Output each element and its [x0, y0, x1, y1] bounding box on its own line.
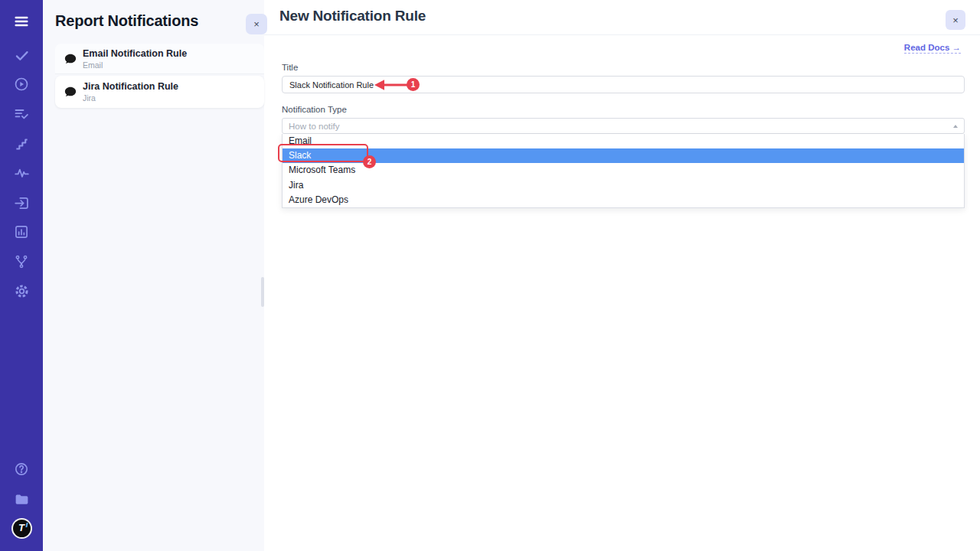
option-slack[interactable]: Slack — [283, 148, 964, 163]
menu-icon[interactable] — [0, 12, 43, 31]
notification-rule-form: Title Notification Type How to notify Em… — [282, 63, 965, 208]
app-window: T Report Notifications × Email Notificat… — [0, 0, 980, 551]
list-check-icon[interactable] — [0, 105, 43, 123]
title-input[interactable] — [282, 76, 965, 93]
report-notifications-panel: Report Notifications × Email Notificatio… — [43, 0, 264, 551]
settings-gear-icon[interactable] — [0, 282, 43, 300]
notification-type-select[interactable]: How to notify — [282, 118, 965, 134]
branch-icon[interactable] — [0, 253, 43, 271]
new-notification-rule-pane: New Notification Rule × Read Docs → Titl… — [264, 0, 980, 551]
help-icon[interactable] — [0, 460, 43, 478]
list-item-jira-rule[interactable]: Jira Notification Rule Jira — [55, 76, 264, 108]
docs-folder-icon[interactable] — [0, 490, 43, 508]
list-item-subtitle: Jira — [83, 93, 178, 103]
panel-resize-handle[interactable] — [261, 277, 264, 307]
close-icon: × — [952, 15, 959, 26]
title-field-label: Title — [282, 63, 965, 72]
list-item-title: Jira Notification Rule — [83, 81, 178, 92]
steps-icon[interactable] — [0, 135, 43, 153]
check-icon[interactable] — [0, 46, 43, 64]
panel-close-button[interactable]: × — [246, 14, 267, 34]
sidebar: T — [0, 0, 43, 551]
main-close-button[interactable]: × — [946, 10, 965, 30]
option-azure-devops[interactable]: Azure DevOps — [283, 193, 964, 207]
chat-bubble-icon — [61, 85, 80, 99]
notification-type-label: Notification Type — [282, 105, 965, 114]
close-icon: × — [253, 18, 260, 30]
list-item-title: Email Notification Rule — [83, 48, 187, 59]
avatar-accent-mark — [25, 523, 28, 527]
option-email[interactable]: Email — [283, 134, 964, 148]
play-circle-icon[interactable] — [0, 75, 43, 93]
notification-type-dropdown: Email Slack Microsoft Teams Jira Azure D… — [282, 134, 965, 208]
panel-title: Report Notifications — [55, 12, 198, 30]
activity-icon[interactable] — [0, 164, 43, 182]
option-jira[interactable]: Jira — [283, 178, 964, 193]
import-icon[interactable] — [0, 194, 43, 212]
avatar-initial: T — [18, 523, 24, 533]
option-microsoft-teams[interactable]: Microsoft Teams — [283, 163, 964, 178]
user-avatar[interactable]: T — [0, 519, 43, 537]
chat-bubble-icon — [61, 52, 80, 66]
read-docs-link[interactable]: Read Docs → — [904, 43, 961, 54]
caret-up-icon — [953, 125, 958, 128]
page-title: New Notification Rule — [279, 8, 426, 24]
main-header: New Notification Rule × — [264, 0, 980, 35]
select-placeholder: How to notify — [289, 122, 339, 131]
list-item-email-rule[interactable]: Email Notification Rule Email — [55, 44, 264, 74]
bar-chart-icon[interactable] — [0, 223, 43, 241]
list-item-subtitle: Email — [83, 60, 187, 70]
